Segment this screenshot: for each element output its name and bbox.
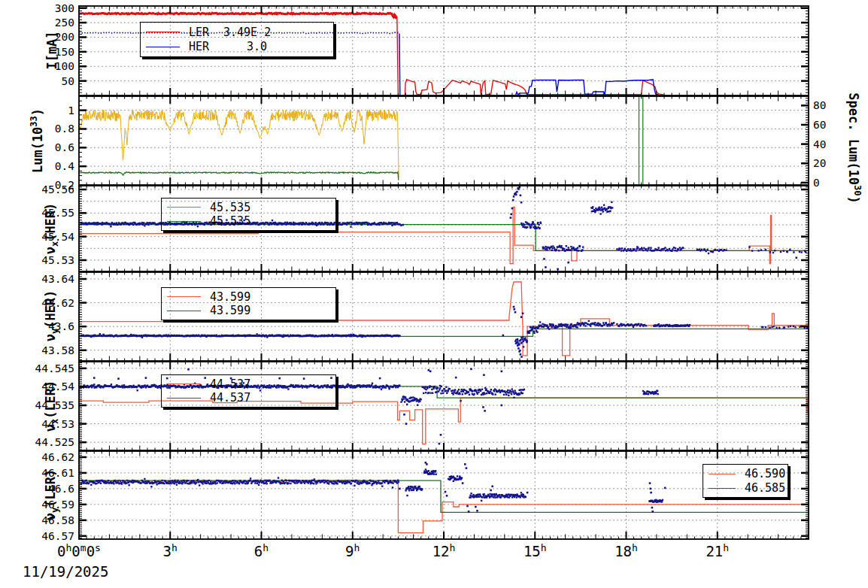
legend-series-value: 46.590: [745, 467, 785, 480]
legend-line-setpoint: [167, 207, 201, 208]
legend-row: 46.590: [709, 467, 788, 480]
legend-nux-her: 45.535 45.535: [161, 198, 336, 231]
legend-series-value: 3.0: [223, 40, 267, 53]
legend-row: 44.537: [167, 391, 335, 405]
legend-line-reference: [167, 221, 201, 222]
legend-series-value: 44.537: [210, 377, 250, 391]
panel-nuy-ler: 46.5746.5846.5946.646.6146.62: [41, 451, 809, 542]
legend-line-reference: [167, 311, 201, 311]
legend-series-value: 3.49E 2: [223, 26, 267, 39]
series-vlines-set_green: [639, 96, 642, 185]
date-label: 11/19/2025: [23, 563, 108, 580]
x-tick-label: 12h: [432, 542, 456, 559]
x-tick-label: 0h0m0s: [57, 542, 101, 559]
legend-line-setpoint: [167, 383, 201, 384]
legend-row: 45.535: [167, 214, 335, 228]
series-noisyline-lum_gold: [80, 110, 399, 177]
legend-series-value: 43.599: [210, 304, 250, 317]
axis-ticks: [79, 451, 809, 539]
y2-tick-label: 20: [813, 157, 826, 169]
legend-line-ler: [146, 32, 180, 32]
x-tick-label: 9h: [345, 542, 360, 559]
y-axis-label-text: ν: [43, 334, 58, 341]
legend-row: 43.599: [167, 304, 335, 317]
legend-current: LER3.49E 2 HER3.0: [140, 22, 334, 57]
panel-nux-ler: 44.52544.5344.53544.5444.545: [35, 362, 809, 450]
series-noisyline-ler_red: [79, 13, 396, 19]
tune-monitor-figure: 501001502002503000.20.40.60.810204060804…: [0, 0, 868, 588]
y-tick-label: 50: [62, 75, 74, 87]
y2-tick-label: 40: [813, 138, 826, 150]
series-group: [80, 96, 643, 185]
legend-nux-ler: 44.537 44.537: [161, 374, 336, 408]
x-tick-label: 18h: [615, 542, 638, 559]
y2-tick-label: 0: [813, 177, 820, 189]
x-tick-label: 15h: [524, 542, 547, 559]
x-tick-label: 6h: [254, 542, 269, 559]
legend-line-her: [146, 47, 180, 47]
legend-row: 43.599: [167, 290, 335, 304]
y-axis-label-text: I[mA]: [44, 31, 59, 69]
legend-line-reference: [167, 398, 201, 399]
y-tick-label: 300: [55, 2, 74, 14]
y-axis-label-spec-lum: Spec. Lum(1030): [848, 84, 866, 212]
legend-series-name: LER: [189, 26, 223, 39]
y-axis-label-text: Lum(10: [30, 127, 45, 173]
y-tick-label: 0.6: [55, 141, 74, 153]
y2-tick-label: 80: [813, 99, 826, 111]
legend-series-name: HER: [189, 40, 223, 53]
y-axis-label-text: ν: [43, 424, 58, 432]
gridlines: [79, 451, 809, 539]
legend-row: HER3.0: [146, 40, 333, 53]
legend-series-value: 45.535: [210, 201, 250, 214]
x-tick-label: 3h: [163, 542, 178, 559]
legend-row: LER3.49E 2: [146, 26, 333, 39]
y-axis-label-text: Spec. Lum(10: [846, 92, 861, 185]
panel-frame: [79, 451, 809, 539]
legend-line-setpoint: [709, 474, 736, 474]
legend-row: 45.535: [167, 201, 335, 214]
y-axis-label-text: ν: [43, 247, 58, 254]
x-tick-label: 21h: [706, 542, 729, 559]
gridlines: [79, 96, 809, 185]
legend-series-value: 44.537: [210, 391, 250, 405]
y2-tick-label: 60: [813, 119, 826, 131]
y-axis-label-text: ν: [43, 513, 58, 520]
series-line-her_blue: [399, 33, 809, 95]
legend-nuy-ler: 46.590 46.585: [703, 464, 788, 498]
panel-luminosity: 0.20.40.60.81020406080: [55, 96, 827, 191]
y-tick-label: 0.4: [55, 160, 74, 172]
legend-row: 46.585: [709, 481, 788, 495]
y-tick-label: 0.8: [55, 123, 74, 135]
legend-series-value: 45.535: [210, 214, 250, 228]
panel-nux-her: 45.5345.5445.5545.56: [41, 183, 809, 272]
series-line-ler_red: [397, 17, 809, 95]
chart-canvas: 501001502002503000.20.40.60.810204060804…: [0, 0, 868, 588]
legend-line-setpoint: [167, 296, 201, 297]
panel-nuy-her: 43.5843.643.6243.64: [41, 272, 809, 361]
y-axis-label-nuy-ler: νy(LER): [38, 438, 56, 551]
y-tick-label: 1: [68, 105, 74, 117]
legend-nuy-her: 43.599 43.599: [161, 287, 336, 320]
series-noisyline-set_green: [80, 172, 399, 180]
legend-line-reference: [709, 488, 736, 489]
legend-series-value: 46.585: [745, 481, 785, 495]
legend-row: 44.537: [167, 377, 335, 391]
legend-series-value: 43.599: [210, 290, 250, 304]
y-tick-label: 250: [55, 17, 74, 29]
